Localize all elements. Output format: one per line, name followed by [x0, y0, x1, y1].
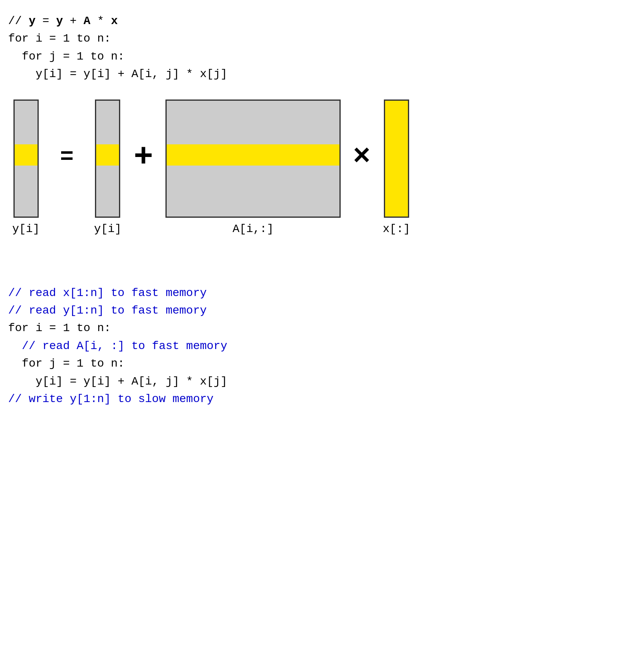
mid-y-vector: y[i]	[94, 99, 121, 235]
bottom-line-2: // read y[1:n] to fast memory	[8, 302, 633, 319]
matrix-label: A[i,:]	[233, 223, 274, 235]
left-y-vector: y[i]	[12, 99, 40, 235]
right-x-label: x[:]	[383, 223, 410, 235]
times-operator: ×	[353, 140, 370, 194]
left-y-highlight	[15, 144, 37, 165]
matrix-item: A[i,:]	[165, 99, 341, 235]
matrix-highlight-row	[167, 144, 339, 165]
mid-y-col	[95, 99, 120, 218]
bottom-line-4: // read A[i, :] to fast memory	[8, 337, 633, 355]
matrix-block	[165, 99, 341, 218]
code-line-2: for i = 1 to n:	[8, 30, 633, 47]
top-code-block: // y = y + A * x for i = 1 to n: for j =…	[8, 12, 633, 83]
bottom-line-6: y[i] = y[i] + A[i, j] * x[j]	[8, 373, 633, 390]
bold-x: x	[111, 15, 118, 27]
code-line-1: // y = y + A * x	[8, 12, 633, 30]
left-y-label: y[i]	[12, 223, 40, 235]
equals-operator: =	[60, 144, 74, 190]
mid-y-label: y[i]	[94, 223, 121, 235]
bottom-line-1: // read x[1:n] to fast memory	[8, 284, 633, 302]
bottom-line-3: for i = 1 to n:	[8, 319, 633, 337]
bottom-line-7: // write y[1:n] to slow memory	[8, 390, 633, 408]
code-line-4: y[i] = y[i] + A[i, j] * x[j]	[8, 65, 633, 83]
code-line-3: for j = 1 to n:	[8, 48, 633, 65]
left-y-col	[13, 99, 39, 218]
bold-y1: y	[29, 15, 35, 27]
bold-y2: y	[56, 15, 63, 27]
plus-operator: +	[134, 139, 153, 196]
right-x-vector: x[:]	[383, 99, 410, 235]
right-x-col	[384, 99, 409, 218]
spacer	[8, 239, 633, 260]
bottom-line-5: for j = 1 to n:	[8, 355, 633, 372]
bold-A: A	[84, 15, 90, 27]
bottom-code-block: // read x[1:n] to fast memory // read y[…	[8, 284, 633, 408]
matrix-diagram: y[i] = y[i] + A[i,:] × x[:]	[8, 99, 633, 235]
mid-y-highlight	[96, 144, 119, 165]
